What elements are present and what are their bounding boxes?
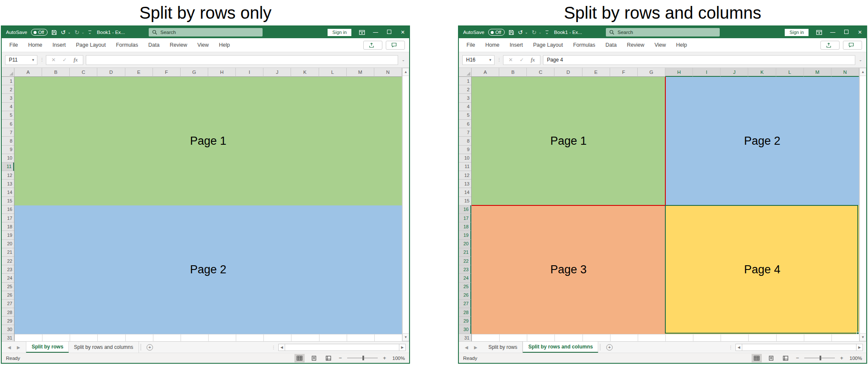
page-break-preview-icon[interactable] — [325, 356, 331, 361]
row-header-24[interactable]: 24 — [2, 274, 14, 282]
scroll-down-icon[interactable]: ▼ — [860, 333, 866, 341]
name-box[interactable]: H16▼ — [462, 55, 495, 65]
menu-item-view[interactable]: View — [649, 42, 671, 48]
row-header-5[interactable]: 5 — [2, 111, 14, 120]
row-header-8[interactable]: 8 — [459, 137, 471, 145]
column-header-K[interactable]: K — [291, 68, 319, 77]
menu-item-help[interactable]: Help — [214, 42, 235, 48]
menu-item-file[interactable]: File — [4, 42, 23, 48]
row-header-18[interactable]: 18 — [2, 222, 14, 231]
prev-sheet-icon[interactable]: ◀ — [465, 345, 468, 350]
vertical-scroll-track[interactable] — [402, 76, 409, 333]
column-header-K[interactable]: K — [748, 68, 776, 77]
ribbon-display-options-icon[interactable] — [359, 30, 365, 35]
row-header-25[interactable]: 25 — [2, 283, 14, 291]
row-header-6[interactable]: 6 — [2, 120, 14, 128]
undo-dropdown-icon[interactable]: ⌄ — [525, 31, 528, 34]
menu-item-formulas[interactable]: Formulas — [111, 42, 143, 48]
share-button[interactable] — [363, 41, 382, 50]
zoom-out-button[interactable]: − — [338, 355, 343, 361]
zoom-slider[interactable] — [804, 356, 835, 360]
row-header-16[interactable]: 16 — [2, 205, 14, 214]
share-icon[interactable] — [369, 42, 374, 48]
zoom-in-button[interactable]: + — [839, 355, 844, 361]
row-header-9[interactable]: 9 — [2, 146, 14, 154]
formula-bar-expand-icon[interactable]: ⌄ — [401, 58, 406, 62]
formula-bar-grip[interactable]: ⋮ — [497, 59, 500, 61]
row-header-2[interactable]: 2 — [2, 85, 14, 94]
vertical-scroll-track[interactable] — [860, 76, 866, 333]
row-header-22[interactable]: 22 — [459, 257, 471, 265]
tabbar-grip[interactable]: ⋮ — [269, 342, 278, 353]
row-header-18[interactable]: 18 — [459, 222, 471, 231]
search-box[interactable]: Search — [149, 28, 263, 36]
row-header-29[interactable]: 29 — [2, 317, 14, 325]
row-header-28[interactable]: 28 — [2, 308, 14, 317]
row-header-30[interactable]: 30 — [459, 325, 471, 334]
zoom-slider-thumb[interactable] — [362, 356, 364, 360]
menu-item-insert[interactable]: Insert — [48, 42, 71, 48]
column-header-H[interactable]: H — [208, 68, 236, 77]
column-header-B[interactable]: B — [499, 68, 527, 77]
menu-item-data[interactable]: Data — [143, 42, 164, 48]
zoom-out-button[interactable]: − — [795, 355, 800, 361]
column-header-M[interactable]: M — [804, 68, 831, 77]
scroll-up-icon[interactable]: ▲ — [860, 68, 866, 76]
page-break-preview-button[interactable] — [780, 354, 791, 362]
row-header-7[interactable]: 7 — [2, 128, 14, 137]
row-header-29[interactable]: 29 — [459, 317, 471, 325]
minimize-button[interactable]: — — [830, 29, 836, 35]
close-button[interactable]: ✕ — [400, 29, 406, 35]
sheet-tab-split-by-rows-and-columns[interactable]: Split by rows and columns — [69, 342, 139, 353]
sign-in-button[interactable]: Sign in — [785, 29, 809, 36]
menu-item-data[interactable]: Data — [600, 42, 622, 48]
row-header-17[interactable]: 17 — [459, 214, 471, 222]
row-header-1[interactable]: 1 — [459, 77, 471, 85]
row-header-12[interactable]: 12 — [459, 171, 471, 180]
row-header-15[interactable]: 15 — [459, 197, 471, 205]
scroll-down-icon[interactable]: ▼ — [402, 333, 409, 341]
row-header-1[interactable]: 1 — [2, 77, 14, 85]
row-header-27[interactable]: 27 — [459, 300, 471, 308]
row-header-13[interactable]: 13 — [459, 180, 471, 188]
undo-button[interactable]: ↺ — [518, 29, 523, 36]
share-button[interactable] — [820, 41, 840, 50]
row-header-10[interactable]: 10 — [2, 154, 14, 163]
column-header-A[interactable]: A — [472, 68, 499, 77]
menu-item-view[interactable]: View — [192, 42, 214, 48]
normal-view-button[interactable] — [294, 354, 305, 362]
horizontal-scroll-track[interactable] — [285, 344, 399, 351]
column-header-N[interactable]: N — [831, 68, 859, 77]
sheet-tab-split-by-rows-and-columns[interactable]: Split by rows and columns — [523, 342, 598, 353]
page-layout-view-button[interactable] — [766, 354, 776, 362]
row-header-20[interactable]: 20 — [459, 240, 471, 248]
row-header-7[interactable]: 7 — [459, 128, 471, 137]
menu-item-page-layout[interactable]: Page Layout — [528, 42, 568, 48]
row-header-17[interactable]: 17 — [2, 214, 14, 222]
row-header-11[interactable]: 11 — [2, 163, 14, 171]
menu-item-review[interactable]: Review — [622, 42, 649, 48]
formula-bar-expand-icon[interactable]: ⌄ — [858, 58, 863, 62]
search-icon[interactable] — [152, 30, 157, 35]
select-all-corner[interactable] — [2, 68, 14, 77]
comments-button[interactable] — [386, 41, 405, 50]
scroll-right-icon[interactable]: ▶ — [399, 344, 406, 351]
row-header-10[interactable]: 10 — [459, 154, 471, 163]
normal-view-button[interactable] — [752, 354, 762, 362]
name-box-dropdown-icon[interactable]: ▼ — [489, 58, 492, 62]
sheet-tab-split-by-rows[interactable]: Split by rows — [483, 342, 523, 353]
column-header-F[interactable]: F — [153, 68, 181, 77]
zoom-slider[interactable] — [347, 356, 378, 360]
column-header-D[interactable]: D — [554, 68, 582, 77]
row-header-4[interactable]: 4 — [459, 103, 471, 111]
row-header-9[interactable]: 9 — [459, 146, 471, 154]
column-header-B[interactable]: B — [42, 68, 70, 77]
minimize-button[interactable]: — — [373, 29, 379, 35]
column-header-I[interactable]: I — [693, 68, 721, 77]
new-sheet-button[interactable]: + — [602, 342, 616, 353]
sheet-tab-split-by-rows[interactable]: Split by rows — [26, 342, 69, 353]
column-header-F[interactable]: F — [610, 68, 638, 77]
fill-handle[interactable] — [857, 332, 859, 334]
row-header-3[interactable]: 3 — [459, 94, 471, 102]
row-header-8[interactable]: 8 — [2, 137, 14, 145]
